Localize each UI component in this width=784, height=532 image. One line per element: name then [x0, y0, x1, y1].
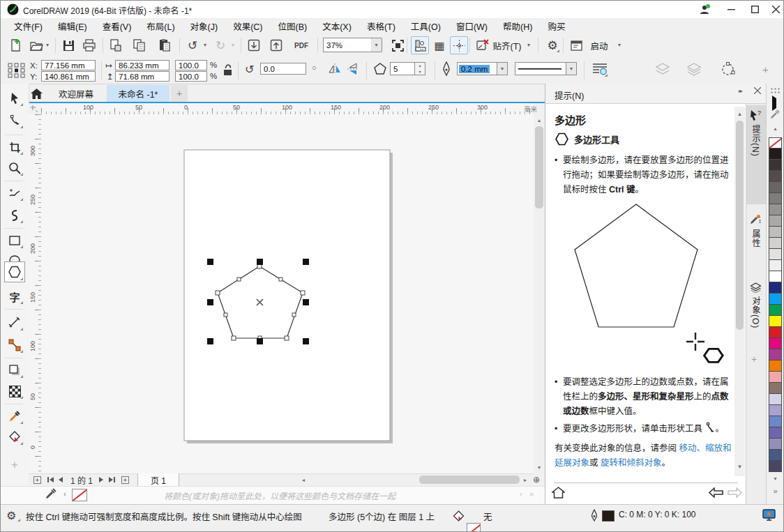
- palette-swatch-#6f65af[interactable]: [769, 427, 782, 439]
- open-dropdown[interactable]: ▾: [43, 36, 52, 54]
- palette-swatch-#ffffff[interactable]: [769, 271, 782, 282]
- lock-ratio-button[interactable]: [223, 64, 233, 76]
- palette-eyedropper-icon[interactable]: [770, 109, 780, 119]
- line-style-combobox[interactable]: [515, 62, 566, 75]
- scale-h-field[interactable]: 100.0: [175, 60, 207, 70]
- fill-none-swatch[interactable]: [467, 523, 481, 532]
- launcher-icon[interactable]: [567, 36, 585, 54]
- cut-button[interactable]: [107, 36, 125, 54]
- last-page-button[interactable]: [107, 474, 116, 485]
- palette-swatch-#fdf300[interactable]: [769, 316, 782, 327]
- page[interactable]: [184, 150, 390, 441]
- docpal-scroll-left[interactable]: ‹: [61, 489, 69, 499]
- zoom-tool[interactable]: [4, 158, 25, 178]
- redo-button[interactable]: ↻: [211, 36, 229, 54]
- palette-swatch-#a8a2d0[interactable]: [769, 405, 782, 416]
- parallel-dimension-tool[interactable]: [4, 313, 25, 333]
- line-style-caret[interactable]: ▾: [566, 62, 577, 75]
- docker-close-icon[interactable]: [754, 87, 761, 94]
- options-gear-button[interactable]: ⚙: [543, 36, 561, 54]
- add-tool-button[interactable]: +: [4, 455, 25, 475]
- snap-off-button[interactable]: [474, 36, 492, 54]
- hscroll-right-arrow[interactable]: ▸: [521, 474, 529, 485]
- docker-tab-objects[interactable]: 对象(O): [746, 278, 766, 348]
- palette-swatch-#e2e1e0[interactable]: [769, 249, 782, 260]
- zoom-level-combobox[interactable]: 37%: [323, 38, 372, 52]
- menu-item-2[interactable]: 编辑(E): [50, 17, 95, 35]
- menu-item-12[interactable]: 帮助(H): [495, 17, 540, 35]
- hints-scroll-thumb[interactable]: [736, 121, 744, 330]
- palette-drag-handle[interactable]: [770, 87, 781, 95]
- menu-item-4[interactable]: 布局(L): [139, 17, 182, 35]
- hints-back-button[interactable]: [708, 487, 723, 498]
- tab-welcome-screen[interactable]: 欢迎屏幕: [47, 85, 105, 102]
- outline-width-combobox[interactable]: 0.2 mm: [457, 62, 497, 75]
- palette-swatch-#f0efef[interactable]: [769, 260, 782, 271]
- hints-scroll-down[interactable]: ▾: [734, 462, 745, 471]
- width-field[interactable]: 86.233 mm: [115, 60, 169, 70]
- menu-item-8[interactable]: 文本(X): [315, 17, 359, 35]
- fullscreen-preview-button[interactable]: [389, 36, 407, 54]
- crop-tool[interactable]: [4, 137, 25, 157]
- vscroll-up-arrow[interactable]: ▴: [534, 116, 545, 124]
- hscroll-left-arrow[interactable]: ◂: [299, 474, 308, 485]
- menu-item-11[interactable]: 窗口(W): [448, 17, 495, 35]
- height-field[interactable]: 71.68 mm: [115, 71, 169, 82]
- add-page-start-button[interactable]: [31, 474, 43, 485]
- palette-swatch-#807c7b[interactable]: [769, 193, 782, 204]
- vertical-ruler[interactable]: 300250200150100500: [29, 114, 42, 473]
- palette-swatch-#c0bebd[interactable]: [769, 227, 782, 238]
- menu-item-9[interactable]: 表格(T): [359, 17, 403, 35]
- menu-item-1[interactable]: 文件(F): [6, 17, 50, 35]
- link-rotate-skew[interactable]: 旋转和倾斜对象: [601, 458, 662, 468]
- to-front-icon[interactable]: [655, 63, 670, 77]
- snap-to-dropdown[interactable]: 贴齐(T): [490, 36, 524, 54]
- palette-swatch-#3a3433[interactable]: [769, 160, 782, 171]
- close-button[interactable]: [767, 1, 784, 18]
- rectangle-tool[interactable]: [4, 231, 25, 250]
- sides-spinner[interactable]: ▴▾: [415, 62, 425, 75]
- convert-to-curves-button[interactable]: [721, 62, 735, 77]
- menu-item-7[interactable]: 位图(B): [271, 17, 315, 35]
- color-eyedropper-tool[interactable]: [4, 406, 25, 426]
- docpal-no-color-swatch[interactable]: [72, 489, 87, 501]
- redo-dropdown[interactable]: ▾: [228, 36, 238, 54]
- menu-item-5[interactable]: 对象(J): [183, 17, 226, 35]
- shadow-tool[interactable]: [4, 360, 25, 380]
- palette-swatch-#d51e24[interactable]: [769, 327, 782, 338]
- text-tool[interactable]: 字: [4, 287, 25, 306]
- palette-swatch-#ef7d03[interactable]: [769, 360, 782, 372]
- menu-item-6[interactable]: 效果(C): [225, 17, 270, 35]
- export-button[interactable]: [267, 36, 285, 54]
- tab-current-document[interactable]: 未命名 -1*: [107, 85, 169, 102]
- palette-swatch-#4b4565[interactable]: [769, 461, 782, 472]
- hints-home-button[interactable]: [552, 487, 565, 499]
- palette-swatch-#f2a7a7[interactable]: [769, 372, 782, 383]
- display-settings-icon[interactable]: [762, 509, 776, 521]
- import-button[interactable]: [245, 36, 263, 54]
- palette-swatch-#d6d3e8[interactable]: [769, 394, 782, 405]
- polygon-tool[interactable]: [4, 261, 25, 282]
- page-1-tab[interactable]: 页 1: [137, 473, 179, 487]
- outline-status-icon[interactable]: [590, 509, 598, 522]
- copy-button[interactable]: [130, 36, 149, 54]
- maximize-button[interactable]: [744, 1, 765, 18]
- horizontal-ruler[interactable]: 10050050100150200250300: [41, 103, 534, 115]
- show-guidelines-button[interactable]: [450, 36, 468, 54]
- palette-swatch-#a83d90[interactable]: [769, 349, 782, 360]
- show-grid-button[interactable]: ▦: [430, 36, 448, 54]
- undo-dropdown[interactable]: ▾: [200, 36, 210, 54]
- palette-swatch-#475a85[interactable]: [769, 450, 782, 461]
- palette-swatch-#958eb8[interactable]: [769, 439, 782, 450]
- hints-forward-button[interactable]: [728, 487, 743, 498]
- fill-status-icon[interactable]: [453, 510, 465, 522]
- palette-swatch-#221b19[interactable]: [769, 149, 782, 160]
- palette-scroll-up[interactable]: ▴: [769, 123, 782, 133]
- snap-to-caret[interactable]: ▾: [524, 36, 534, 54]
- artistic-media-tool[interactable]: [4, 206, 25, 225]
- pick-tool[interactable]: [4, 89, 25, 108]
- statusbar-gear-icon[interactable]: ⚙: [6, 509, 22, 523]
- scale-v-field[interactable]: 100.0: [175, 71, 207, 82]
- palette-swatch-#8a7468[interactable]: [769, 383, 782, 394]
- vscroll-down-arrow[interactable]: ▾: [534, 463, 545, 471]
